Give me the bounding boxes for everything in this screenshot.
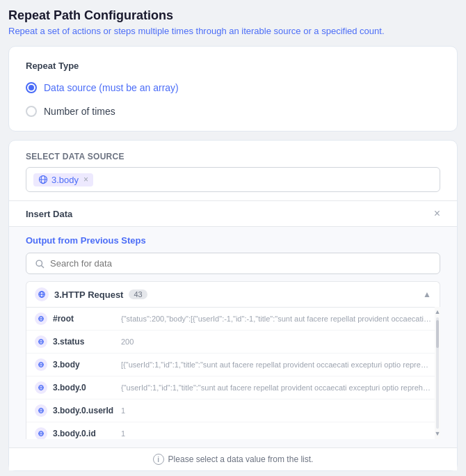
- row-name: 3.body: [53, 360, 115, 370]
- row-name: 3.body.0.userId: [53, 406, 115, 415]
- http-request-count: 43: [129, 289, 147, 299]
- radio-group: Data source (must be an array) Number of…: [26, 82, 440, 117]
- data-source-tag: 3.body ×: [33, 173, 93, 187]
- insert-data-close-btn[interactable]: ×: [434, 208, 440, 219]
- row-name: #root: [53, 314, 115, 324]
- select-data-source-label: Select Data Source: [26, 152, 440, 161]
- scroll-track: [436, 317, 439, 429]
- radio-data-source[interactable]: Data source (must be an array): [26, 82, 440, 93]
- footer-hint-text: Please select a data value from the list…: [168, 454, 314, 464]
- scroll-down-arrow[interactable]: ▼: [435, 430, 440, 438]
- data-source-card: Select Data Source 3.body × Insert Data …: [8, 140, 458, 471]
- row-globe-icon: [35, 404, 47, 417]
- tag-label: 3.body: [51, 175, 79, 185]
- radio-circle-data-source: [26, 82, 37, 93]
- http-request-header: 3.HTTP Request 43 ▲: [26, 281, 440, 307]
- output-from-previous-steps-link[interactable]: Output from Previous Steps: [26, 235, 440, 246]
- row-value: 1: [121, 429, 431, 438]
- insert-data-header: Insert Data ×: [9, 200, 457, 226]
- scroll-thumb: [436, 320, 439, 348]
- row-name: 3.body.0.id: [53, 429, 115, 438]
- footer-hint: i Please select a data value from the li…: [9, 447, 457, 470]
- row-globe-icon: [35, 427, 47, 439]
- search-bar[interactable]: [26, 253, 440, 274]
- page-title: Repeat Path Configurations: [8, 8, 458, 23]
- http-request-left: 3.HTTP Request 43: [35, 287, 147, 301]
- radio-label-number: Number of times: [44, 106, 115, 117]
- page-subtitle: Repeat a set of actions or steps multipl…: [8, 26, 458, 36]
- repeat-type-card: Repeat Type Data source (must be an arra…: [8, 46, 458, 132]
- row-name: 3.body.0: [53, 383, 115, 392]
- chevron-up-icon[interactable]: ▲: [423, 289, 431, 299]
- row-value: {"userId":1,"id":1,"title":"sunt aut fac…: [121, 383, 431, 392]
- radio-number-of-times[interactable]: Number of times: [26, 106, 440, 117]
- data-list-wrapper: #root {"status":200,"body":[{"userId":-1…: [26, 307, 440, 439]
- table-row[interactable]: 3.status 200: [26, 331, 440, 354]
- http-request-title: 3.HTTP Request: [54, 289, 123, 300]
- search-input[interactable]: [50, 258, 431, 269]
- row-globe-icon: [35, 381, 47, 394]
- search-icon: [35, 259, 45, 269]
- row-globe-icon: [35, 358, 47, 371]
- row-value: 1: [121, 406, 431, 415]
- http-globe-icon: [35, 287, 49, 301]
- table-row[interactable]: 3.body.0.userId 1: [26, 399, 440, 422]
- insert-data-body: Output from Previous Steps: [9, 226, 457, 447]
- row-value: {"status":200,"body":[{"userId":-1,"id":…: [121, 315, 431, 323]
- row-globe-icon: [35, 335, 47, 348]
- tag-input[interactable]: 3.body ×: [26, 167, 440, 192]
- scroll-up-arrow[interactable]: ▲: [435, 308, 440, 316]
- info-icon: i: [153, 454, 164, 465]
- data-list: #root {"status":200,"body":[{"userId":-1…: [26, 307, 440, 439]
- insert-data-label: Insert Data: [26, 209, 72, 219]
- svg-line-4: [41, 265, 43, 267]
- table-row[interactable]: 3.body [{"userId":1,"id":1,"title":"sunt…: [26, 354, 440, 376]
- globe-icon: [38, 175, 48, 184]
- row-name: 3.status: [53, 337, 115, 347]
- radio-label-data-source: Data source (must be an array): [44, 82, 179, 93]
- table-row[interactable]: 3.body.0.id 1: [26, 422, 440, 439]
- row-value: [{"userId":1,"id":1,"title":"sunt aut fa…: [121, 360, 431, 369]
- page-container: Repeat Path Configurations Repeat a set …: [8, 8, 458, 471]
- scrollbar[interactable]: ▲ ▼: [435, 307, 440, 439]
- table-row[interactable]: 3.body.0 {"userId":1,"id":1,"title":"sun…: [26, 376, 440, 399]
- row-value: 200: [121, 338, 431, 346]
- table-row[interactable]: #root {"status":200,"body":[{"userId":-1…: [26, 308, 440, 331]
- repeat-type-label: Repeat Type: [26, 61, 440, 71]
- row-globe-icon: [35, 312, 47, 325]
- tag-remove-btn[interactable]: ×: [83, 175, 88, 184]
- radio-circle-number: [26, 106, 37, 117]
